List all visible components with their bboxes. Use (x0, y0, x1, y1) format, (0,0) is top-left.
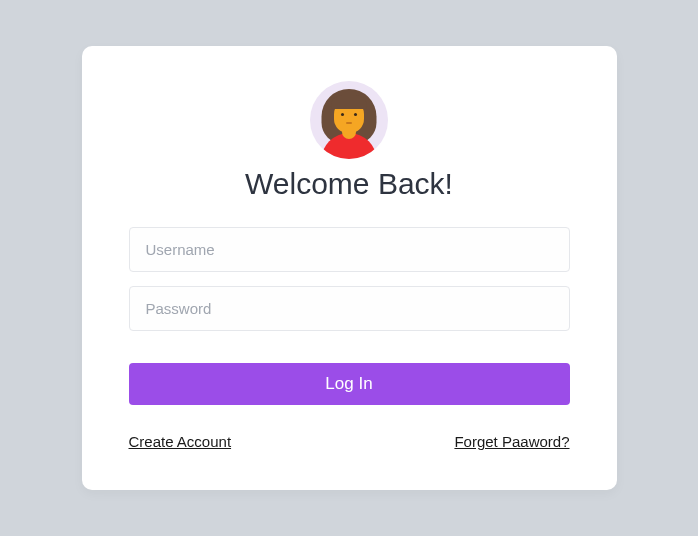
username-input[interactable] (129, 227, 570, 272)
avatar-container (129, 81, 570, 159)
login-card: Welcome Back! Log In Create Account Forg… (82, 46, 617, 490)
footer-links: Create Account Forget Paaword? (129, 433, 570, 450)
create-account-link[interactable]: Create Account (129, 433, 232, 450)
avatar-icon (310, 81, 388, 159)
forget-password-link[interactable]: Forget Paaword? (454, 433, 569, 450)
page-title: Welcome Back! (129, 167, 570, 201)
password-input[interactable] (129, 286, 570, 331)
login-button[interactable]: Log In (129, 363, 570, 405)
